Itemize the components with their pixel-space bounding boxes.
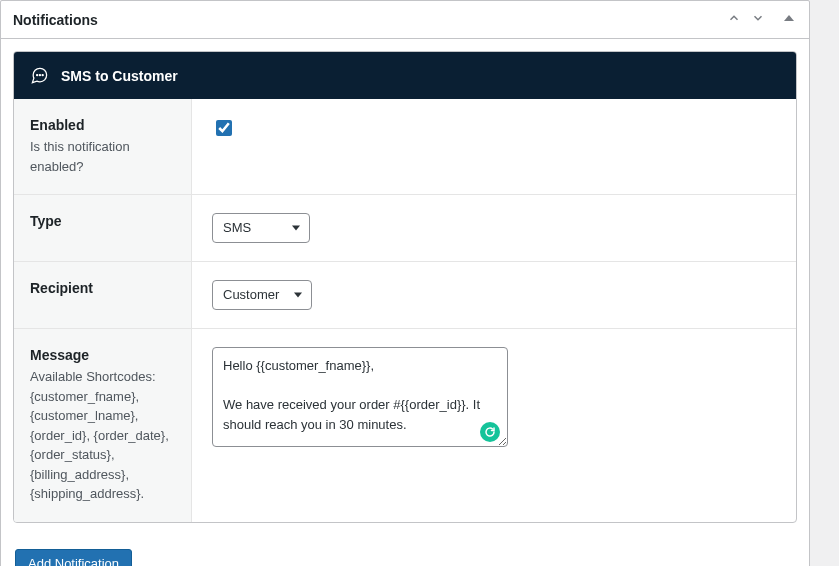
block-header[interactable]: SMS to Customer: [14, 52, 796, 99]
svg-point-3: [42, 75, 43, 76]
panel-body: SMS to Customer Enabled Is this notifica…: [1, 39, 809, 535]
prev-icon[interactable]: [725, 9, 743, 30]
row-recipient-label-cell: Recipient: [14, 262, 192, 328]
message-desc: Available Shortcodes: {customer_fname}, …: [30, 367, 175, 504]
svg-point-2: [39, 75, 40, 76]
row-message-label-cell: Message Available Shortcodes: {customer_…: [14, 329, 192, 522]
panel-header-controls: [725, 9, 797, 30]
row-type: Type SMS: [14, 195, 796, 262]
row-recipient-control-cell: Customer: [192, 262, 796, 328]
enabled-checkbox[interactable]: [216, 120, 232, 136]
svg-point-1: [37, 75, 38, 76]
next-icon[interactable]: [749, 9, 767, 30]
message-label: Message: [30, 347, 175, 363]
row-type-control-cell: SMS: [192, 195, 796, 261]
row-message-control-cell: [192, 329, 796, 522]
add-notification-button[interactable]: Add Notification: [15, 549, 132, 567]
notification-block: SMS to Customer Enabled Is this notifica…: [13, 51, 797, 523]
block-title: SMS to Customer: [61, 68, 178, 84]
row-type-label-cell: Type: [14, 195, 192, 261]
panel-title: Notifications: [13, 12, 98, 28]
row-recipient: Recipient Customer: [14, 262, 796, 329]
chat-sms-icon: [30, 66, 49, 85]
message-textarea[interactable]: [212, 347, 508, 447]
type-select[interactable]: SMS: [212, 213, 310, 243]
type-label: Type: [30, 213, 175, 229]
enabled-label: Enabled: [30, 117, 175, 133]
row-message: Message Available Shortcodes: {customer_…: [14, 329, 796, 522]
svg-marker-0: [784, 15, 794, 21]
row-enabled-control-cell: [192, 99, 796, 194]
recipient-select[interactable]: Customer: [212, 280, 312, 310]
row-enabled: Enabled Is this notification enabled?: [14, 99, 796, 195]
notifications-panel: Notifications SMS to Custome: [0, 0, 810, 566]
panel-header: Notifications: [1, 1, 809, 39]
collapse-toggle-icon[interactable]: [781, 10, 797, 29]
recipient-label: Recipient: [30, 280, 175, 296]
row-enabled-label-cell: Enabled Is this notification enabled?: [14, 99, 192, 194]
enabled-desc: Is this notification enabled?: [30, 137, 175, 176]
